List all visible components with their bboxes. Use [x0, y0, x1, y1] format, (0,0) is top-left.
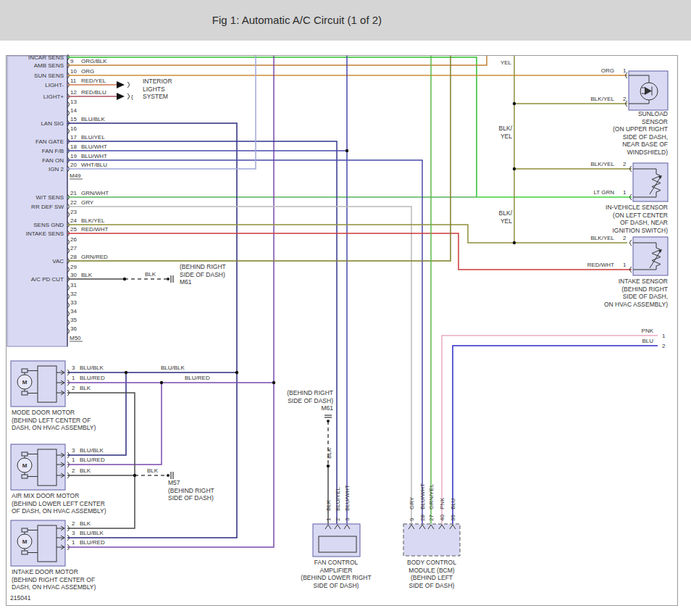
svg-text:14: 14: [70, 107, 77, 114]
intake-door-motor-caption: INTAKE DOOR MOTOR (BEHIND RIGHT CENTER O…: [12, 568, 96, 591]
connector-id-m50: M50: [70, 335, 81, 341]
svg-text:28: 28: [419, 515, 426, 521]
bcm-caption: BODY CONTROL MODULE (BCM) (BEHIND LEFT S…: [385, 559, 479, 589]
svg-text:BLK: BLK: [326, 447, 332, 459]
svg-text:BLU/BLK: BLU/BLK: [80, 530, 104, 536]
svg-text:9: 9: [70, 58, 74, 64]
m61-splice-a-caption: (BEHIND RIGHT SIDE OF DASH) M61: [180, 263, 226, 286]
svg-text:SENS GND: SENS GND: [33, 222, 64, 228]
intake-door-motor: M: [11, 520, 65, 566]
svg-text:BLK: BLK: [80, 520, 91, 527]
fan-control-amplifier-caption: FAN CONTROL AMPLIFIER (BEHIND LOWER RIGH…: [289, 559, 383, 589]
yel-label: YEL: [501, 59, 512, 66]
svg-text:WHT/BLU: WHT/BLU: [81, 162, 107, 168]
svg-text:IGN 2: IGN 2: [49, 166, 64, 172]
blk-yel-stack-label-1: BLK/ YEL: [478, 125, 512, 140]
svg-text:FAN ON: FAN ON: [42, 157, 64, 164]
svg-text:1: 1: [662, 333, 666, 339]
m61-splice-a-symbol: [167, 278, 169, 280]
svg-text:12: 12: [70, 89, 77, 96]
svg-text:LT GRN: LT GRN: [593, 189, 614, 196]
svg-text:3: 3: [72, 447, 75, 454]
svg-text:1: 1: [623, 189, 627, 196]
motor-letter: M: [22, 379, 28, 386]
m61-splice-b-symbol: [327, 420, 330, 423]
svg-text:20: 20: [70, 162, 77, 168]
svg-text:BLK: BLK: [325, 499, 332, 511]
in-vehicle-sensor: [630, 163, 669, 201]
svg-text:16: 16: [70, 125, 77, 132]
svg-text:BLK: BLK: [80, 467, 91, 474]
svg-text:ORG: ORG: [601, 67, 614, 74]
svg-text:W/T SENS: W/T SENS: [35, 194, 64, 201]
svg-text:BLU/RED: BLU/RED: [80, 539, 105, 546]
svg-text:32: 32: [70, 291, 77, 297]
svg-text:BLU/YEL: BLU/YEL: [81, 134, 105, 141]
sunload-sensor-caption: SUNLOAD SENSOR (ON UPPER RIGHT SIDE OF D…: [594, 110, 668, 156]
svg-text:17: 17: [70, 134, 77, 141]
svg-text:FAN GATE: FAN GATE: [35, 138, 64, 145]
svg-text:INTAKE SENS: INTAKE SENS: [26, 230, 64, 237]
svg-text:GRY: GRY: [409, 496, 415, 509]
svg-text:BLU/WHT: BLU/WHT: [81, 153, 107, 159]
svg-text:35: 35: [70, 317, 77, 323]
diagram-frame: [7, 56, 678, 606]
svg-text:27: 27: [70, 245, 77, 251]
svg-text:21: 21: [70, 190, 77, 196]
svg-text:3: 3: [72, 530, 75, 536]
svg-text:BLU: BLU: [450, 498, 456, 509]
svg-text:BLK/YEL: BLK/YEL: [591, 96, 615, 102]
svg-text:26: 26: [70, 236, 77, 243]
intake-sensor: [630, 237, 669, 275]
svg-text:19: 19: [70, 153, 77, 159]
signal-label: INCAR SENS: [28, 54, 64, 61]
svg-text:2: 2: [72, 385, 75, 391]
svg-text:VAC: VAC: [52, 258, 64, 265]
svg-text:1: 1: [72, 375, 75, 381]
svg-text:BLU/RED: BLU/RED: [80, 375, 105, 381]
svg-text:1: 1: [623, 262, 627, 268]
svg-text:1: 1: [72, 539, 75, 546]
svg-text:ORG: ORG: [81, 68, 94, 75]
svg-text:2: 2: [623, 235, 627, 241]
svg-text:36: 36: [70, 325, 77, 332]
svg-text:10: 10: [70, 68, 77, 75]
svg-text:29: 29: [70, 264, 77, 270]
svg-text:39: 39: [450, 515, 456, 521]
svg-text:BLK/YEL: BLK/YEL: [591, 161, 615, 167]
fan-control-amplifier: [313, 524, 360, 557]
svg-text:2: 2: [72, 520, 75, 527]
svg-text:13: 13: [70, 99, 77, 105]
svg-text:LAN SIG: LAN SIG: [41, 120, 64, 127]
svg-text:A/C PD CUT: A/C PD CUT: [31, 276, 64, 283]
motor-letter: M: [22, 538, 28, 545]
svg-text:34: 34: [70, 308, 77, 315]
m61-splice-b-caption: (BEHIND RIGHT SIDE OF DASH) M61: [264, 389, 333, 412]
mode-door-motor: M: [11, 361, 65, 407]
svg-text:25: 25: [70, 226, 77, 233]
svg-text:BLU/RED: BLU/RED: [80, 457, 105, 463]
svg-text:18: 18: [70, 143, 77, 150]
svg-text:GRN/YEL: GRN/YEL: [428, 483, 435, 509]
svg-text:BLK: BLK: [147, 467, 159, 474]
svg-text:BLK/YEL: BLK/YEL: [81, 217, 105, 224]
svg-text:LIGHT-: LIGHT-: [45, 82, 64, 88]
svg-text:2: 2: [335, 517, 341, 521]
svg-text:FAN F/B: FAN F/B: [42, 148, 64, 154]
svg-text:BLU/BLK: BLU/BLK: [80, 447, 104, 454]
svg-text:24: 24: [70, 217, 77, 224]
svg-text:PNK: PNK: [642, 328, 654, 334]
svg-text:2: 2: [662, 343, 666, 349]
interior-lights-caption: INTERIOR LIGHTS SYSTEM: [143, 78, 172, 101]
svg-text:9: 9: [409, 517, 415, 521]
air-mix-door-motor: M: [11, 444, 65, 490]
svg-text:PNK: PNK: [439, 497, 445, 509]
svg-text:RED/BLU: RED/BLU: [81, 89, 106, 96]
svg-text:2: 2: [623, 161, 627, 167]
svg-text:15: 15: [70, 116, 77, 122]
svg-text:BLU/BLK: BLU/BLK: [161, 365, 185, 371]
svg-text:11: 11: [70, 78, 77, 84]
svg-text:22: 22: [70, 199, 77, 206]
svg-text:2: 2: [72, 467, 75, 474]
svg-text:BLU/WHT: BLU/WHT: [81, 143, 107, 150]
